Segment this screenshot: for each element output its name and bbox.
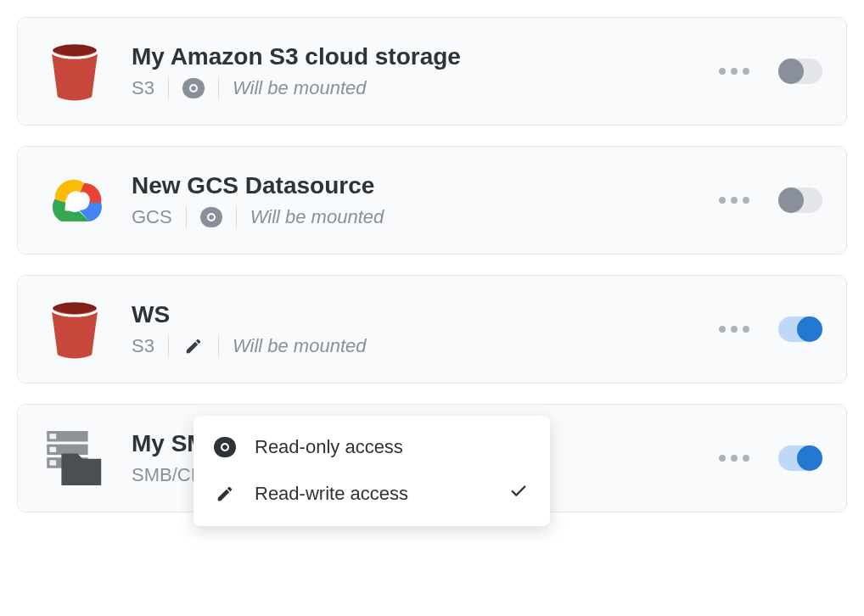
pencil-icon[interactable] [182, 335, 205, 357]
more-menu-button[interactable] [714, 63, 755, 80]
smb-icon [42, 425, 108, 491]
divider [218, 77, 219, 99]
datasource-meta: GCS Will be mounted [132, 206, 697, 228]
more-menu-button[interactable] [714, 450, 755, 467]
more-menu-button[interactable] [714, 321, 755, 338]
card-controls [714, 445, 822, 471]
datasource-title: New GCS Datasource [132, 172, 697, 199]
enable-toggle[interactable] [778, 188, 822, 213]
datasource-status: Will be mounted [233, 77, 367, 99]
s3-icon [42, 296, 108, 362]
card-controls [714, 59, 822, 84]
datasource-card: My Amazon S3 cloud storage S3 Will be mo… [17, 17, 847, 126]
eye-icon[interactable] [182, 77, 205, 99]
datasource-meta: S3 Will be mounted [132, 335, 697, 357]
svg-rect-8 [49, 447, 56, 452]
divider [168, 335, 169, 357]
datasource-title: WS [132, 301, 697, 328]
svg-rect-6 [49, 434, 56, 439]
s3-icon [42, 38, 108, 104]
card-content: My Amazon S3 cloud storage S3 Will be mo… [132, 43, 697, 99]
divider [218, 335, 219, 357]
divider [236, 206, 237, 228]
datasource-card: WS S3 Will be mounted [17, 275, 847, 384]
svg-point-2 [65, 193, 84, 212]
card-controls [714, 316, 822, 342]
eye-icon[interactable] [200, 206, 222, 228]
card-controls [714, 188, 822, 213]
more-menu-button[interactable] [714, 192, 755, 209]
gcs-icon [42, 167, 108, 233]
enable-toggle[interactable] [778, 59, 822, 84]
dropdown-item-label: Read-only access [255, 436, 491, 458]
datasource-card: New GCS Datasource GCS Will be mounted [17, 146, 847, 255]
datasource-meta: S3 Will be mounted [132, 77, 697, 99]
datasource-type: GCS [132, 206, 172, 228]
datasource-type: S3 [132, 335, 154, 357]
dropdown-item-readwrite[interactable]: Read-write access [194, 470, 550, 518]
datasource-type: S3 [132, 77, 154, 99]
eye-icon [214, 436, 236, 458]
enable-toggle[interactable] [778, 316, 822, 342]
dropdown-item-label: Read-write access [255, 483, 491, 505]
dropdown-item-readonly[interactable]: Read-only access [194, 424, 550, 470]
datasource-status: Will be mounted [233, 335, 367, 357]
pencil-icon [214, 483, 236, 505]
check-icon [509, 482, 530, 506]
divider [168, 77, 169, 99]
svg-rect-10 [49, 460, 56, 465]
enable-toggle[interactable] [778, 445, 822, 471]
datasource-status: Will be mounted [250, 206, 384, 228]
card-content: WS S3 Will be mounted [132, 301, 697, 357]
divider [186, 206, 187, 228]
card-content: New GCS Datasource GCS Will be mounted [132, 172, 697, 228]
permission-dropdown: Read-only access Read-write access [194, 416, 550, 526]
datasource-title: My Amazon S3 cloud storage [132, 43, 697, 70]
